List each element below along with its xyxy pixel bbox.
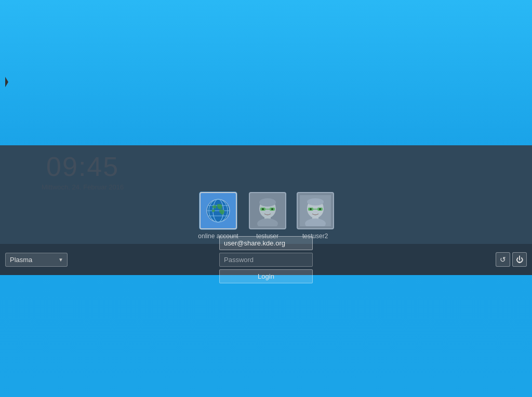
- globe-icon: [205, 197, 232, 224]
- power-button[interactable]: ⏻: [512, 252, 527, 267]
- svg-rect-13: [265, 209, 270, 210]
- svg-point-18: [307, 198, 324, 206]
- login-button[interactable]: Login: [219, 269, 313, 283]
- users-area: online account: [198, 192, 334, 240]
- svg-point-25: [319, 208, 321, 210]
- testuser-face-icon: [252, 195, 283, 226]
- svg-point-24: [310, 208, 312, 210]
- online-account-avatar[interactable]: [200, 192, 237, 229]
- system-buttons: ↺ ⏻: [496, 252, 527, 267]
- svg-point-15: [271, 208, 273, 210]
- user-testuser[interactable]: testuser: [249, 192, 286, 240]
- svg-point-14: [262, 208, 264, 210]
- testuser2-avatar[interactable]: [297, 192, 334, 229]
- login-bar: online account: [0, 145, 532, 275]
- svg-rect-23: [313, 209, 317, 210]
- user-testuser2[interactable]: testuser2: [297, 192, 334, 240]
- password-input[interactable]: [219, 253, 313, 267]
- testuser-avatar[interactable]: [249, 192, 286, 229]
- restart-button[interactable]: ↺: [496, 252, 510, 267]
- user-row: online account: [0, 145, 532, 244]
- mouse-cursor: [5, 77, 10, 87]
- testuser2-face-icon: [300, 195, 331, 226]
- username-input[interactable]: [219, 236, 313, 250]
- desktop-select-wrapper[interactable]: Plasma KDE IceWM ▼: [5, 253, 68, 267]
- user-online-account[interactable]: online account: [198, 192, 238, 240]
- svg-point-8: [259, 198, 276, 207]
- desktop-select[interactable]: Plasma KDE IceWM: [5, 253, 68, 267]
- login-form: Login: [219, 236, 313, 283]
- background-top: [0, 0, 532, 145]
- controls-row: Plasma KDE IceWM ▼ Login ↺ ⏻: [0, 244, 532, 275]
- background-bottom: [0, 270, 532, 397]
